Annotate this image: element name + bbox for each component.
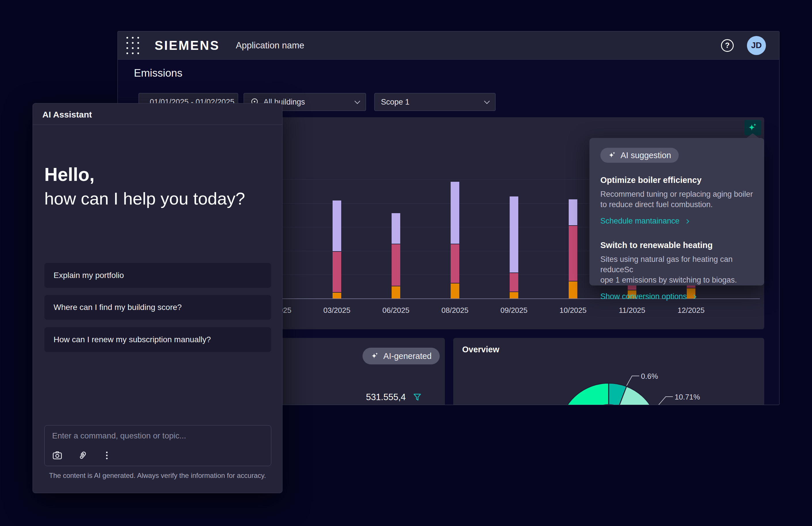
bar-segment-middle-segment-06/2025[interactable] <box>392 244 400 286</box>
bar-segment-top-segment-03/2025[interactable] <box>333 200 341 252</box>
assistant-title: AI Assistant <box>42 110 92 119</box>
ai-suggestion-badge: AI suggestion <box>600 148 679 163</box>
ai-suggestion-popup: AI suggestion Optimize boiler efficiency… <box>590 138 764 285</box>
bar-segment-bottom-segment-09/2025[interactable] <box>510 292 518 298</box>
suggestion-body: Sites using natural gas for heating can … <box>600 254 754 285</box>
ai-assistant-panel: AI Assistant Hello, how can I help you t… <box>32 103 282 493</box>
overview-donut-chart: 0.6%10.71% <box>453 338 764 405</box>
scope-value: Scope 1 <box>381 98 409 106</box>
app-launcher-icon[interactable] <box>127 37 139 54</box>
bar-segment-top-segment-08/2025[interactable] <box>451 182 459 244</box>
bar-segment-top-segment-06/2025[interactable] <box>392 213 400 244</box>
sparkle-icon <box>371 352 379 360</box>
page-title: Emissions <box>134 67 183 79</box>
overview-title: Overview <box>462 345 499 354</box>
schedule-maintenance-link[interactable]: Schedule mantainance <box>600 217 754 226</box>
overview-card: Overview 0.6%10.71% <box>453 338 764 405</box>
x-axis-label: 06/2025 <box>372 306 420 315</box>
x-axis-label: 10/2025 <box>549 306 597 315</box>
ai-generated-badge: AI-generated <box>363 348 440 365</box>
suggestion-body: Recommend tuning or replacing aging boil… <box>600 189 754 210</box>
slice-label: 10.71% <box>675 393 700 401</box>
chevron-down-icon <box>484 98 490 104</box>
bar-segment-top-segment-09/2025[interactable] <box>510 197 518 273</box>
x-axis-label: 12/2025 <box>667 306 715 315</box>
assistant-input-placeholder: Enter a command, question or topic... <box>52 431 186 440</box>
x-axis-label: 03/2025 <box>313 306 361 315</box>
callout-line <box>658 397 673 405</box>
camera-icon[interactable] <box>52 450 62 460</box>
suggestion-title: Switch to renewable heating <box>600 241 754 250</box>
filter-funnel-icon[interactable] <box>412 393 422 402</box>
slice-label: 0.6% <box>641 372 658 381</box>
link-label: Show conversion options <box>600 292 687 301</box>
chevron-right-icon <box>692 295 697 299</box>
x-axis-label: 09/2025 <box>490 306 538 315</box>
avatar[interactable]: JD <box>747 36 766 55</box>
sparkle-icon <box>748 123 758 133</box>
paperclip-icon[interactable] <box>75 448 89 463</box>
scope-filter[interactable]: Scope 1 <box>374 93 495 111</box>
assistant-greeting: how can I help you today? <box>44 189 245 209</box>
application-name: Application name <box>236 40 304 51</box>
sparkle-icon <box>608 151 617 160</box>
x-axis-label: 11/2025 <box>608 306 656 315</box>
suggestion-button-building-score[interactable]: Where can I find my building score? <box>44 295 271 320</box>
chevron-right-icon <box>684 219 689 224</box>
callout-line <box>626 376 639 386</box>
help-icon[interactable]: ? <box>721 39 734 52</box>
suggestion-button-renew-subscription[interactable]: How can I renew my subscription manually… <box>44 327 271 352</box>
bar-segment-top-segment-10/2025[interactable] <box>569 199 577 226</box>
bar-segment-middle-segment-08/2025[interactable] <box>451 244 459 283</box>
app-header-bar: SIEMENS Application name ? JD <box>118 31 779 60</box>
assistant-header: AI Assistant <box>33 103 282 125</box>
ai-generated-label: AI-generated <box>383 352 432 361</box>
assistant-input[interactable]: Enter a command, question or topic... <box>44 425 271 466</box>
ai-sparkle-button[interactable] <box>744 120 761 136</box>
x-axis-label: 08/2025 <box>431 306 479 315</box>
ai-disclaimer: The content is AI generated. Always veri… <box>33 471 282 480</box>
bar-segment-bottom-segment-03/2025[interactable] <box>333 293 341 298</box>
bar-segment-bottom-segment-10/2025[interactable] <box>569 282 577 298</box>
bar-segment-bottom-segment-08/2025[interactable] <box>451 283 459 298</box>
ai-suggestion-label: AI suggestion <box>621 151 671 160</box>
bar-segment-middle-segment-09/2025[interactable] <box>510 273 518 292</box>
suggestion-button-portfolio[interactable]: Explain my portfolio <box>44 263 271 288</box>
popup-caret <box>746 133 759 138</box>
siemens-logo: SIEMENS <box>155 38 220 53</box>
suggestion-title: Optimize boiler efficiency <box>600 175 754 185</box>
more-options-icon[interactable] <box>102 450 112 460</box>
show-conversion-options-link[interactable]: Show conversion options <box>600 292 754 301</box>
donut-slice[interactable] <box>564 383 609 405</box>
chevron-down-icon <box>354 98 360 104</box>
bar-segment-middle-segment-10/2025[interactable] <box>569 226 577 281</box>
kpi-value: 531.555,4 <box>366 392 406 402</box>
assistant-greeting-bold: Hello, <box>44 164 95 185</box>
bar-segment-middle-segment-03/2025[interactable] <box>333 252 341 293</box>
link-label: Schedule mantainance <box>600 217 680 226</box>
bar-segment-bottom-segment-06/2025[interactable] <box>392 286 400 298</box>
